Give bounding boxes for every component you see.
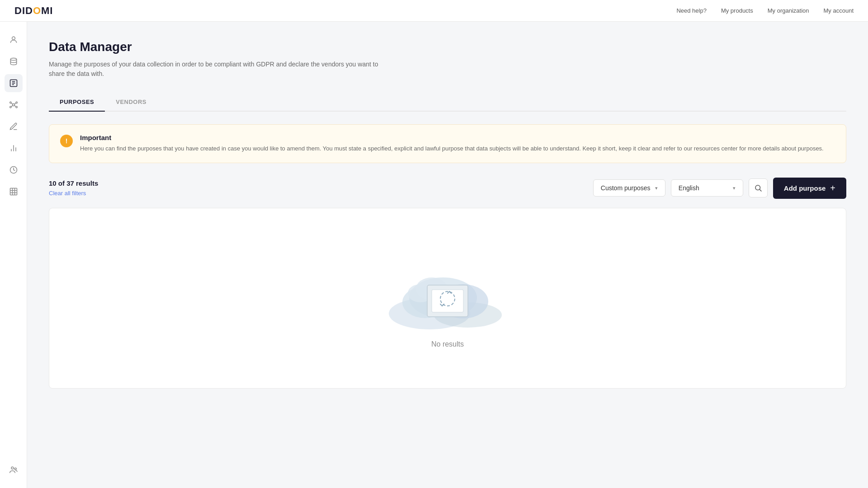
language-label: English (679, 184, 699, 192)
search-button[interactable] (749, 178, 768, 197)
need-help-link[interactable]: Need help? (676, 7, 707, 14)
sidebar-icon-network[interactable] (5, 96, 23, 114)
svg-line-11 (11, 103, 13, 104)
sidebar-icon-building[interactable] (5, 183, 23, 201)
nav-links: Need help? My products My organization M… (676, 7, 854, 14)
toolbar: 10 of 37 results Clear all filters Custo… (49, 178, 846, 199)
results-count: 10 of 37 results (49, 179, 593, 187)
my-account-link[interactable]: My account (824, 7, 854, 14)
custom-purposes-btn[interactable]: Custom purposes ▾ (593, 179, 665, 197)
tab-vendors[interactable]: VENDORS (105, 93, 157, 112)
logo: DIDOMI (14, 5, 53, 17)
alert-box: ! Important Here you can find the purpos… (49, 124, 846, 163)
svg-line-12 (14, 103, 15, 104)
search-icon (754, 184, 762, 192)
clear-filters-link[interactable]: Clear all filters (49, 190, 86, 197)
plus-icon: + (830, 183, 835, 193)
my-products-link[interactable]: My products (721, 7, 753, 14)
sidebar-icon-user[interactable] (5, 31, 23, 49)
my-organization-link[interactable]: My organization (768, 7, 809, 14)
empty-illustration (384, 248, 511, 329)
language-dropdown: English ▾ (671, 179, 743, 197)
custom-purposes-label: Custom purposes (601, 184, 651, 192)
add-purpose-button[interactable]: Add purpose + (773, 178, 846, 199)
language-btn[interactable]: English ▾ (671, 179, 743, 197)
add-purpose-label: Add purpose (784, 184, 826, 192)
alert-icon: ! (60, 135, 73, 147)
sidebar-icon-database[interactable] (5, 52, 23, 70)
page-subtitle: Manage the purposes of your data collect… (49, 60, 383, 79)
toolbar-right: Custom purposes ▾ English ▾ (593, 178, 846, 199)
empty-state-illustration (384, 248, 511, 329)
custom-purposes-dropdown: Custom purposes ▾ (593, 179, 665, 197)
results-info: 10 of 37 results Clear all filters (49, 179, 593, 197)
svg-rect-19 (10, 188, 17, 195)
top-nav: DIDOMI Need help? My products My organiz… (0, 0, 868, 22)
svg-point-1 (10, 58, 16, 61)
svg-point-26 (755, 185, 760, 190)
svg-line-27 (760, 190, 761, 192)
alert-content: Important Here you can find the purposes… (80, 134, 824, 154)
svg-point-25 (14, 468, 16, 469)
sidebar (0, 22, 27, 488)
svg-point-0 (12, 37, 15, 40)
svg-point-8 (16, 102, 17, 103)
alert-title: Important (80, 134, 824, 141)
svg-point-9 (9, 106, 11, 108)
sidebar-icon-list[interactable] (5, 74, 23, 92)
no-results-text: No results (431, 340, 464, 348)
layout: Data Manager Manage the purposes of your… (0, 0, 868, 488)
svg-point-7 (9, 102, 11, 103)
sidebar-icon-edit[interactable] (5, 117, 23, 136)
main-content: Data Manager Manage the purposes of your… (27, 22, 868, 488)
chevron-down-icon: ▾ (655, 185, 658, 191)
sidebar-icon-chart[interactable] (5, 139, 23, 157)
content-area: No results (49, 208, 846, 389)
sidebar-icon-clock[interactable] (5, 161, 23, 179)
tabs: PURPOSES VENDORS (49, 93, 846, 112)
svg-line-14 (14, 105, 15, 107)
alert-text: Here you can find the purposes that you … (80, 144, 824, 154)
svg-line-13 (11, 105, 13, 107)
chevron-down-icon-lang: ▾ (733, 185, 736, 191)
tab-purposes[interactable]: PURPOSES (49, 93, 105, 112)
sidebar-icon-group[interactable] (5, 461, 23, 479)
page-title: Data Manager (49, 40, 846, 54)
svg-point-10 (16, 106, 17, 108)
svg-point-24 (11, 467, 14, 469)
